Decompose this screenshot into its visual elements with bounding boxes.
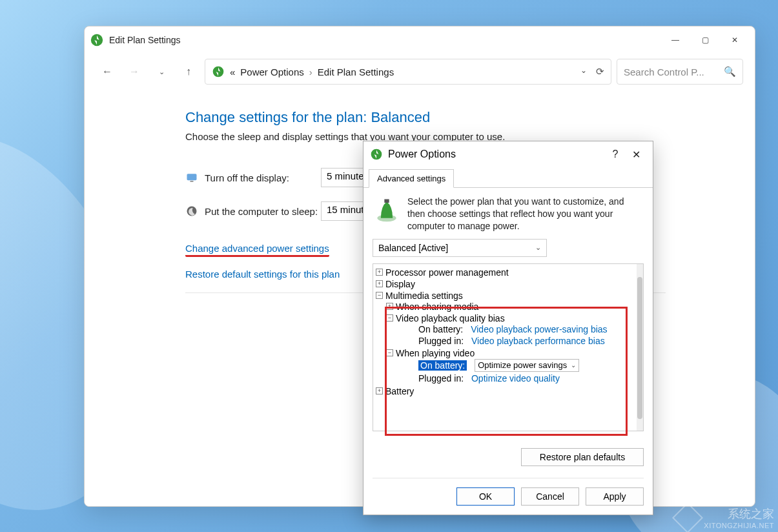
watermark-text-url: XITONGZHIJIA.NET xyxy=(704,522,774,529)
search-icon: 🔍 xyxy=(724,66,736,77)
wpv-plugged-value[interactable]: Optimize video quality xyxy=(471,373,560,384)
breadcrumb-prefix: « xyxy=(230,66,235,77)
power-plan-icon xyxy=(90,33,104,47)
apply-button[interactable]: Apply xyxy=(586,487,644,506)
settings-tree: +Processor power management +Display −Mu… xyxy=(373,263,644,431)
tree-item-multimedia[interactable]: Multimedia settings xyxy=(385,291,463,301)
search-input[interactable]: Search Control P... 🔍 xyxy=(617,59,743,85)
dialog-intro: Select the power plan that you want to c… xyxy=(373,196,644,232)
watermark: 系统之家 XITONGZHIJIA.NET xyxy=(677,506,774,529)
vpqb-battery-label: On battery: xyxy=(418,324,463,334)
expand-icon[interactable]: + xyxy=(376,387,383,394)
history-dropdown[interactable]: ⌄ xyxy=(150,61,172,83)
search-placeholder: Search Control P... xyxy=(624,66,704,77)
sleep-icon xyxy=(185,205,198,218)
up-button[interactable]: ↑ xyxy=(178,61,200,83)
chevron-down-icon: ⌄ xyxy=(571,362,576,369)
svg-rect-7 xyxy=(384,200,389,203)
plan-select-value: Balanced [Active] xyxy=(378,243,448,253)
watermark-text-cn: 系统之家 xyxy=(704,506,774,522)
svg-rect-2 xyxy=(187,174,197,180)
help-button[interactable]: ? xyxy=(605,148,626,160)
forward-button[interactable]: → xyxy=(123,61,145,83)
close-button[interactable]: ✕ xyxy=(720,30,750,50)
window-title: Edit Plan Settings xyxy=(109,35,660,45)
vpqb-plugged-label: Plugged in: xyxy=(418,336,464,346)
expand-icon[interactable]: + xyxy=(376,269,383,276)
minimize-button[interactable]: — xyxy=(660,30,690,50)
tree-item-wpv[interactable]: When playing video xyxy=(396,348,475,358)
dialog-intro-text: Select the power plan that you want to c… xyxy=(407,196,644,232)
breadcrumb-item[interactable]: Edit Plan Settings xyxy=(318,66,394,77)
watermark-logo-icon xyxy=(672,502,703,532)
power-plan-large-icon xyxy=(373,196,401,224)
breadcrumb-item[interactable]: Power Options xyxy=(240,66,303,77)
expand-icon[interactable]: + xyxy=(376,280,383,287)
chevron-down-icon[interactable]: ⌄ xyxy=(580,66,587,77)
tree-item-processor[interactable]: Processor power management xyxy=(385,267,509,278)
wpv-battery-value: Optimize power savings xyxy=(478,360,567,370)
tree-item-sharing[interactable]: When sharing media xyxy=(396,302,478,312)
collapse-icon[interactable]: − xyxy=(376,292,383,299)
maximize-button[interactable]: ▢ xyxy=(690,30,720,50)
chevron-down-icon: ⌄ xyxy=(535,243,541,252)
addressbar[interactable]: « Power Options › Edit Plan Settings ⌄ ⟳ xyxy=(205,59,611,85)
tree-item-display[interactable]: Display xyxy=(385,279,415,289)
setting-label: Put the computer to sleep: xyxy=(205,206,321,217)
tree-item-vpqb[interactable]: Video playback quality bias xyxy=(396,313,505,323)
cancel-button[interactable]: Cancel xyxy=(521,487,579,506)
toolbar: ← → ⌄ ↑ « Power Options › Edit Plan Sett… xyxy=(85,54,755,90)
page-title: Change settings for the plan: Balanced xyxy=(185,109,666,126)
dialog-title: Power Options xyxy=(388,148,456,160)
display-icon xyxy=(185,171,198,184)
vpqb-plugged-value[interactable]: Video playback performance bias xyxy=(471,336,605,346)
power-plan-icon xyxy=(212,65,225,78)
refresh-button[interactable]: ⟳ xyxy=(596,66,604,77)
change-advanced-link[interactable]: Change advanced power settings xyxy=(185,243,329,257)
wpv-battery-select[interactable]: Optimize power savings ⌄ xyxy=(475,359,579,372)
scrollbar[interactable] xyxy=(637,264,643,431)
titlebar: Edit Plan Settings — ▢ ✕ xyxy=(85,26,755,54)
plan-select[interactable]: Balanced [Active] ⌄ xyxy=(373,239,547,257)
expand-icon[interactable]: + xyxy=(386,303,393,310)
collapse-icon[interactable]: − xyxy=(386,314,393,322)
svg-rect-3 xyxy=(190,181,194,182)
chevron-right-icon: › xyxy=(309,66,312,77)
tree-item-battery[interactable]: Battery xyxy=(385,386,414,396)
vpqb-battery-value[interactable]: Video playback power-saving bias xyxy=(471,324,607,334)
tab-advanced-settings[interactable]: Advanced settings xyxy=(369,169,454,188)
wpv-battery-label: On battery: xyxy=(418,360,467,371)
restore-plan-defaults-button[interactable]: Restore plan defaults xyxy=(521,448,644,466)
tab-strip: Advanced settings xyxy=(363,167,653,188)
back-button[interactable]: ← xyxy=(96,61,118,83)
power-plan-icon xyxy=(370,148,383,161)
power-options-dialog: Power Options ? ✕ Advanced settings Sele… xyxy=(363,141,653,515)
restore-defaults-link[interactable]: Restore default settings for this plan xyxy=(185,269,340,280)
dialog-titlebar: Power Options ? ✕ xyxy=(363,141,653,167)
setting-label: Turn off the display: xyxy=(205,172,321,183)
ok-button[interactable]: OK xyxy=(456,487,515,506)
dialog-close-button[interactable]: ✕ xyxy=(626,148,646,161)
wpv-plugged-label: Plugged in: xyxy=(418,373,464,384)
scrollbar-thumb[interactable] xyxy=(637,277,642,419)
collapse-icon[interactable]: − xyxy=(386,349,393,356)
